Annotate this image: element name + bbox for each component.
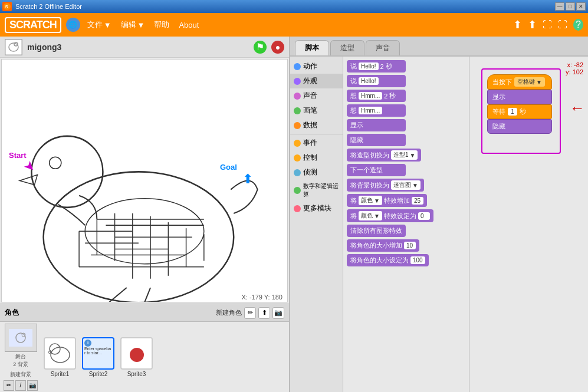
category-control[interactable]: 控制 [290, 150, 343, 165]
change-size-block[interactable]: 将角色的大小增加 10 [347, 239, 419, 252]
say-block[interactable]: 说 Hello! [347, 75, 406, 87]
events-dot [294, 140, 301, 147]
menu-edit-arrow: ▼ [137, 21, 145, 29]
key-dropdown[interactable]: 空格键 ▼ [514, 77, 545, 87]
size-set-input[interactable]: 100 [410, 256, 425, 264]
menu-edit[interactable]: 编辑 ▼ [119, 18, 147, 31]
switch-costume-block[interactable]: 将造型切换为 造型1 ▼ [347, 149, 421, 162]
backdrop-tools: ✏ / 📷 [4, 380, 38, 391]
say-input[interactable]: Hello! [359, 77, 379, 85]
category-sensing[interactable]: 侦测 [290, 165, 343, 180]
more-dot [294, 205, 301, 212]
think-block[interactable]: 想 Hmm... [347, 104, 406, 117]
think-for-secs-block[interactable]: 想 Hmm... 2 秒 [347, 90, 406, 102]
category-events[interactable]: 事件 [290, 136, 343, 150]
help-icon[interactable]: ? [573, 19, 583, 31]
control-dot [294, 154, 301, 162]
effect-val-input[interactable]: 25 [412, 197, 423, 205]
sprite-item[interactable]: i Enter spacebar to star... Sprite2 [82, 337, 114, 377]
category-data[interactable]: 数据 [290, 118, 343, 133]
backdrop-dropdown[interactable]: 迷宫图 ▼ [391, 180, 421, 190]
upload-backdrop-button[interactable]: / [15, 380, 26, 391]
green-flag-button[interactable]: ⚑ [254, 41, 267, 54]
close-button[interactable]: ✕ [576, 2, 586, 11]
category-looks[interactable]: 外观 [290, 74, 343, 88]
menu-about[interactable]: About [176, 19, 201, 31]
sprite2-name: Sprite2 [89, 371, 108, 377]
operators-label: 数字和逻辑运算 [303, 182, 339, 199]
menu-help[interactable]: 帮助 [152, 18, 172, 31]
category-more[interactable]: 更多模块 [290, 201, 343, 216]
paint-backdrop-button[interactable]: ✏ [4, 380, 14, 391]
say-for-secs-block[interactable]: 说 Hello! 2 秒 [347, 60, 406, 73]
effect2-dropdown[interactable]: 颜色 ▼ [359, 211, 382, 220]
say-text-input[interactable]: Hello! [359, 62, 379, 70]
arrow-indicator: ← [570, 99, 585, 117]
show-block[interactable]: 显示 [347, 119, 406, 131]
paint-sprite-button[interactable]: ✏ [244, 307, 256, 319]
sprite-info-badge: i [84, 340, 91, 347]
tab-scripts[interactable]: 脚本 [295, 40, 329, 55]
minimize-button[interactable]: — [555, 2, 564, 11]
effect2-val-input[interactable]: 0 [418, 212, 430, 220]
stage-item[interactable]: 舞台 2 背景 新建背景 ✏ / 📷 [4, 324, 38, 391]
camera-backdrop-button[interactable]: 📷 [27, 380, 38, 391]
tab-sounds[interactable]: 声音 [366, 40, 400, 55]
svg-point-16 [130, 348, 144, 362]
wait-input[interactable]: 1 [508, 108, 517, 116]
next-costume-block[interactable]: 下一个造型 [347, 164, 406, 176]
maximize-button[interactable]: □ [566, 2, 575, 11]
script-canvas-inner: x: -82 y: 102 当按下 空格键 ▼ [469, 57, 588, 392]
new-sprite-controls: 新建角色 ✏ ⬆ 📷 [216, 307, 284, 319]
sprite1-thumbnail [44, 337, 76, 370]
hide-block[interactable]: 隐藏 [347, 134, 406, 146]
wait-script-block[interactable]: 等待 1 秒 [487, 104, 552, 119]
size-val-input[interactable]: 10 [404, 242, 416, 249]
scratch-logo: SCRATCH [5, 17, 61, 33]
upload-sprite-button[interactable]: ⬆ [258, 307, 270, 319]
effect-dropdown[interactable]: 颜色 ▼ [359, 196, 382, 205]
tab-costumes[interactable]: 造型 [330, 40, 364, 55]
hide-script-block[interactable]: 隐藏 [487, 119, 552, 134]
fullscreen-icon[interactable]: ⛶ [543, 19, 552, 30]
new-sprite-label: 新建角色 [216, 308, 242, 317]
stage-label: 舞台 2 背景 [13, 353, 28, 368]
stage-coords: X: -179 Y: 180 [241, 294, 282, 301]
sprites-label: 角色 [5, 308, 19, 318]
sprite2-thumbnail: i Enter spacebar to star... [82, 337, 114, 370]
block-palette: 说 Hello! 2 秒 说 Hello! 想 Hmm... 2 秒 [343, 57, 469, 392]
when-key-pressed-block[interactable]: 当按下 空格键 ▼ [487, 74, 552, 90]
menu-file[interactable]: 文件 ▼ [85, 18, 114, 31]
globe-icon[interactable]: 🌐 [66, 18, 80, 32]
stage-canvas[interactable]: Start ➤ Goal ⬆ X: -179 Y: 180 [1, 59, 288, 302]
set-size-block[interactable]: 将角色的大小设定为 100 [347, 254, 429, 266]
svg-point-7 [50, 157, 61, 169]
titlebar-title: Scratch 2 Offline Editor [15, 3, 82, 10]
operators-dot [294, 187, 301, 194]
script-canvas[interactable]: x: -82 y: 102 当按下 空格键 ▼ [469, 57, 588, 392]
change-effect-block[interactable]: 将 颜色 ▼ 特效增加 25 [347, 194, 427, 207]
think-input[interactable]: Hmm... [359, 107, 382, 114]
show-script-block[interactable]: 显示 [487, 90, 552, 104]
xy-display: x: -82 y: 102 [566, 61, 583, 75]
category-motion[interactable]: 动作 [290, 59, 343, 74]
svg-rect-12 [45, 338, 75, 368]
sprite-item[interactable]: Sprite1 [44, 337, 76, 377]
zoom-icon[interactable]: ⛶ [558, 19, 567, 30]
sprite-item[interactable]: Sprite3 [120, 337, 153, 377]
category-sound[interactable]: 声音 [290, 88, 343, 103]
stop-button[interactable]: ● [271, 41, 284, 54]
titlebar-controls[interactable]: — □ ✕ [555, 2, 586, 11]
think-text-input[interactable]: Hmm... [359, 92, 382, 100]
clear-effects-block[interactable]: 清除所有图形特效 [347, 225, 406, 237]
download-icon[interactable]: ⬆ [528, 18, 537, 31]
category-operators[interactable]: 数字和逻辑运算 [290, 180, 343, 201]
costume-dropdown[interactable]: 造型1 ▼ [391, 150, 418, 160]
camera-sprite-button[interactable]: 📷 [272, 307, 284, 319]
set-effect-block[interactable]: 将 颜色 ▼ 特效设定为 0 [347, 209, 433, 222]
category-pen[interactable]: 画笔 [290, 103, 343, 118]
switch-backdrop-block[interactable]: 将背景切换为 迷宫图 ▼ [347, 179, 424, 192]
new-backdrop-label: 新建背景 [10, 371, 31, 378]
upload-icon[interactable]: ⬆ [513, 18, 522, 31]
motion-dot [294, 63, 301, 70]
